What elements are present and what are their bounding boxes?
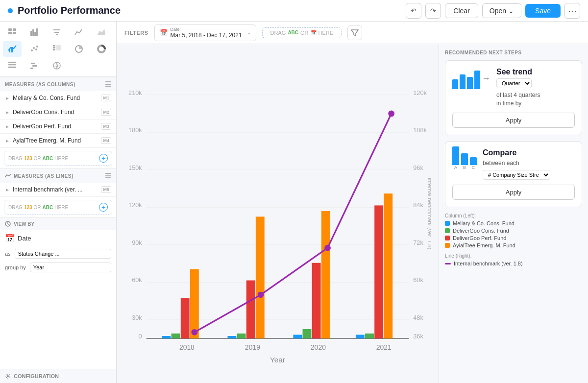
date-filter[interactable]: 📅 Date: Mar 5, 2018 - Dec 17, 2021 ⌄ (154, 24, 256, 41)
svg-rect-61 (162, 336, 171, 338)
icon-pivot[interactable] (48, 41, 66, 57)
svg-text:2020: 2020 (311, 343, 326, 351)
svg-rect-74 (365, 334, 374, 338)
svg-rect-5 (32, 29, 34, 36)
svg-text:48k: 48k (413, 314, 423, 321)
view-by-header: VIEW BY (0, 217, 116, 230)
svg-point-79 (324, 245, 331, 251)
measures-columns-header: MEASURES (AS COLUMNS) ☰ (0, 77, 116, 91)
icon-area[interactable] (92, 24, 111, 40)
add-line-button[interactable]: + (99, 203, 108, 212)
svg-rect-7 (36, 28, 38, 36)
content-area: FILTERS 📅 Date: Mar 5, 2018 - Dec 17, 20… (117, 22, 588, 383)
open-button[interactable]: Open ⌄ (482, 3, 521, 18)
icon-text-table[interactable] (3, 58, 22, 73)
trend-arrow-icon: → (482, 73, 490, 84)
svg-rect-68 (256, 216, 265, 338)
brand-dot (8, 8, 13, 13)
compare-apply-button[interactable]: Apply (452, 185, 575, 200)
clear-button[interactable]: Clear (445, 3, 478, 18)
svg-text:2019: 2019 (245, 343, 260, 351)
chevron-icon: ► (5, 187, 10, 192)
add-column-button[interactable]: + (99, 154, 108, 163)
svg-text:120k: 120k (128, 201, 142, 209)
chevron-icon: ► (5, 96, 10, 101)
svg-rect-71 (312, 263, 321, 338)
header-actions: ↶ ↷ Clear Open ⌄ Save ⋯ (406, 3, 580, 19)
svg-text:90k: 90k (132, 239, 142, 246)
svg-text:Internal benchmark (ver. 1.8): Internal benchmark (ver. 1.8) (427, 178, 431, 250)
svg-point-31 (53, 62, 60, 69)
right-panel: RECOMMENDED NEXT STEPS → (439, 44, 588, 383)
redo-button[interactable]: ↷ (425, 3, 441, 19)
icon-pie[interactable] (70, 41, 88, 57)
legend-delivergoo-cons: DeliverGoo Cons. Fund (445, 228, 582, 234)
svg-rect-76 (384, 193, 392, 338)
svg-rect-19 (53, 47, 55, 48)
drag-zone-lines[interactable]: DRAG 123 OR ABC HERE + (4, 200, 112, 215)
svg-rect-20 (53, 49, 55, 50)
measures-lines-menu-icon[interactable]: ☰ (105, 172, 112, 180)
chart-type-grid (0, 22, 116, 77)
svg-rect-1 (13, 28, 16, 31)
measure-row-m4[interactable]: ► AyialTree Emerg. M. Fund M4 (0, 134, 116, 148)
more-button[interactable]: ⋯ (564, 3, 580, 19)
icon-filter[interactable] (48, 24, 66, 40)
group-by-row: group by Year (0, 261, 116, 274)
svg-rect-25 (8, 64, 16, 65)
drag-filter-zone[interactable]: DRAG ABC OR 📅 HERE (262, 27, 342, 38)
main-layout: MEASURES (AS COLUMNS) ☰ ► Mellary & Co. … (0, 22, 588, 383)
measure-row-m2[interactable]: ► DeliverGoo Cons. Fund M2 (0, 105, 116, 120)
legend-delivergoo-perf: DeliverGoo Perf. Fund (445, 235, 582, 241)
svg-text:2018: 2018 (179, 343, 195, 351)
chevron-icon: ► (5, 110, 10, 115)
as-row: as Status Change ... (0, 247, 116, 261)
icon-table[interactable] (3, 24, 22, 40)
see-trend-apply-button[interactable]: Apply (452, 113, 575, 128)
legend-mellary: Mellary & Co. Cons. Fund (445, 220, 582, 226)
view-by-field-row: 📅 Date (0, 230, 116, 247)
measure-row-m3[interactable]: ► DeliverGoo Perf. Fund M3 (0, 120, 116, 134)
svg-text:2021: 2021 (376, 343, 392, 351)
as-select[interactable]: Status Change ... (15, 249, 111, 259)
svg-rect-18 (53, 45, 55, 47)
filter-funnel-button[interactable] (347, 25, 362, 40)
svg-point-17 (36, 46, 38, 48)
svg-rect-26 (8, 66, 16, 67)
svg-rect-72 (321, 211, 330, 338)
svg-text:60k: 60k (132, 276, 142, 284)
measure-row-m1[interactable]: ► Mellary & Co. Cons. Fund M1 (0, 91, 116, 105)
svg-text:0: 0 (139, 333, 142, 340)
svg-rect-63 (181, 298, 190, 338)
svg-text:96k: 96k (413, 164, 423, 171)
icon-line[interactable] (70, 24, 88, 40)
quarter-select[interactable]: Quarter (496, 78, 532, 88)
svg-rect-6 (34, 32, 36, 36)
compare-select[interactable]: # Company Size Stre (483, 170, 550, 180)
svg-rect-29 (32, 65, 37, 67)
svg-text:60k: 60k (413, 276, 423, 284)
legend-benchmark: Internal benchmark (ver. 1.8) (445, 261, 582, 266)
save-button[interactable]: Save (525, 4, 561, 18)
icon-combo[interactable] (3, 41, 22, 57)
svg-text:30k: 30k (132, 314, 142, 321)
svg-rect-70 (303, 329, 312, 338)
icon-donut[interactable] (92, 41, 111, 57)
group-by-select[interactable]: Year (30, 263, 111, 272)
icon-gantt[interactable] (25, 58, 44, 73)
compare-card: A B C (445, 141, 582, 208)
svg-rect-65 (227, 336, 236, 338)
svg-point-16 (35, 48, 37, 50)
svg-text:Year: Year (270, 356, 285, 364)
measures-columns-menu-icon[interactable]: ☰ (105, 80, 112, 88)
drag-zone-columns[interactable]: DRAG 123 OR ABC HERE + (4, 151, 112, 166)
svg-rect-27 (8, 67, 16, 68)
svg-rect-67 (246, 280, 255, 338)
icon-cross[interactable] (25, 41, 44, 57)
page-title: Portfolio Performance (18, 5, 406, 16)
undo-button[interactable]: ↶ (406, 3, 421, 19)
measures-lines-header: MEASURES (AS LINES) ☰ (0, 168, 116, 183)
icon-map[interactable] (48, 58, 66, 73)
measure-row-m5[interactable]: ► Internal benchmark (ver. ... M5 (0, 183, 116, 197)
icon-bar[interactable] (25, 24, 44, 40)
